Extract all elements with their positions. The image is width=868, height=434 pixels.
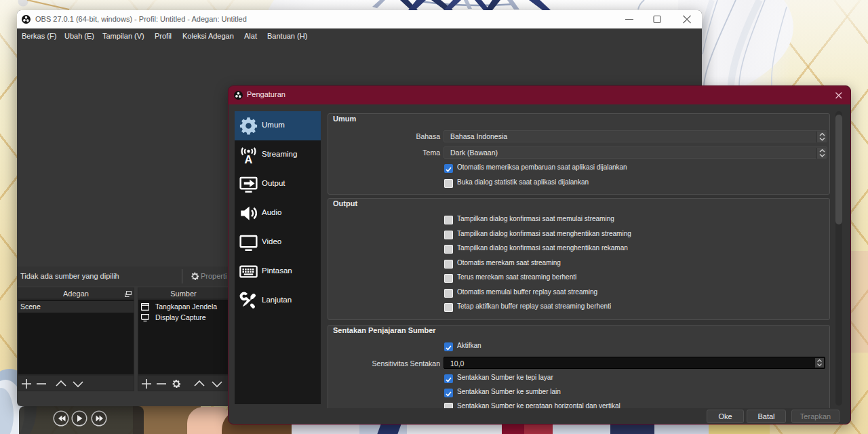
svg-text:A: A [245,153,253,164]
